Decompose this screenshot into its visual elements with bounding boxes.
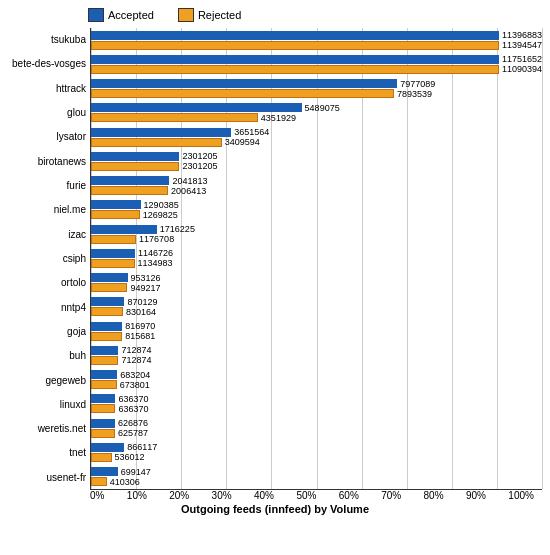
accepted-value: 7977089 bbox=[400, 79, 435, 89]
bar-row: 870129830164 bbox=[91, 297, 542, 317]
rejected-value: 949217 bbox=[130, 283, 160, 293]
rejected-bar bbox=[91, 380, 117, 389]
y-label: tsukuba bbox=[8, 35, 86, 45]
rejected-bar bbox=[91, 307, 123, 316]
y-label: niel.me bbox=[8, 205, 86, 215]
accepted-value: 2041813 bbox=[172, 176, 207, 186]
accepted-bar-line: 11396883 bbox=[91, 30, 542, 40]
rejected-bar-line: 949217 bbox=[91, 283, 542, 293]
rejected-value: 712874 bbox=[121, 355, 151, 365]
accepted-bar bbox=[91, 297, 124, 306]
accepted-value: 3651564 bbox=[234, 127, 269, 137]
accepted-bar-line: 2041813 bbox=[91, 176, 542, 186]
rejected-bar bbox=[91, 41, 499, 50]
rejected-value: 2301205 bbox=[182, 161, 217, 171]
accepted-bar bbox=[91, 79, 397, 88]
rejected-value: 11090394 bbox=[502, 64, 542, 74]
accepted-bar bbox=[91, 346, 118, 355]
accepted-value: 1716225 bbox=[160, 224, 195, 234]
x-axis-label: 10% bbox=[127, 490, 147, 501]
rejected-bar bbox=[91, 162, 179, 171]
y-label: linuxd bbox=[8, 400, 86, 410]
accepted-bar-line: 1716225 bbox=[91, 224, 542, 234]
rejected-value: 536012 bbox=[115, 452, 145, 462]
x-axis-labels: 0%10%20%30%40%50%60%70%80%90%100% bbox=[90, 490, 542, 501]
x-axis-label: 20% bbox=[169, 490, 189, 501]
rejected-value: 7893539 bbox=[397, 89, 432, 99]
accepted-value: 712874 bbox=[121, 345, 151, 355]
bar-row: 699147410306 bbox=[91, 467, 542, 487]
bar-row: 1175165211090394 bbox=[91, 54, 542, 74]
legend-accepted-box bbox=[88, 8, 104, 22]
rejected-bar-line: 2006413 bbox=[91, 186, 542, 196]
rejected-bar bbox=[91, 65, 499, 74]
grid-line bbox=[542, 28, 543, 489]
bar-row: 11467261134983 bbox=[91, 248, 542, 268]
x-axis-label: 80% bbox=[424, 490, 444, 501]
accepted-value: 683204 bbox=[120, 370, 150, 380]
accepted-bar bbox=[91, 443, 124, 452]
bar-row: 79770897893539 bbox=[91, 79, 542, 99]
accepted-bar-line: 816970 bbox=[91, 321, 542, 331]
rejected-bar bbox=[91, 453, 112, 462]
rejected-value: 636370 bbox=[118, 404, 148, 414]
accepted-bar-line: 870129 bbox=[91, 297, 542, 307]
accepted-bar-line: 11751652 bbox=[91, 54, 542, 64]
accepted-bar bbox=[91, 31, 499, 40]
x-axis-label: 70% bbox=[381, 490, 401, 501]
legend-rejected: Rejected bbox=[178, 8, 241, 22]
rejected-bar-line: 625787 bbox=[91, 428, 542, 438]
accepted-value: 866117 bbox=[127, 442, 157, 452]
rejected-bar bbox=[91, 404, 115, 413]
accepted-bar-line: 3651564 bbox=[91, 127, 542, 137]
rejected-bar-line: 815681 bbox=[91, 331, 542, 341]
accepted-bar-line: 953126 bbox=[91, 273, 542, 283]
rejected-bar bbox=[91, 113, 258, 122]
accepted-value: 2301205 bbox=[182, 151, 217, 161]
accepted-value: 626876 bbox=[118, 418, 148, 428]
accepted-bar bbox=[91, 128, 231, 137]
y-label: gegeweb bbox=[8, 376, 86, 386]
rejected-value: 2006413 bbox=[171, 186, 206, 196]
accepted-value: 636370 bbox=[118, 394, 148, 404]
y-label: lysator bbox=[8, 132, 86, 142]
x-axis-label: 40% bbox=[254, 490, 274, 501]
chart-area: tsukubabete-des-vosgeshttrackgloulysator… bbox=[8, 28, 542, 490]
bar-row: 54890754351929 bbox=[91, 103, 542, 123]
chart-container: Accepted Rejected tsukubabete-des-vosges… bbox=[0, 0, 550, 555]
accepted-bar bbox=[91, 273, 128, 282]
rejected-value: 1176708 bbox=[139, 234, 174, 244]
legend-accepted: Accepted bbox=[88, 8, 154, 22]
rejected-bar bbox=[91, 186, 168, 195]
accepted-bar-line: 1146726 bbox=[91, 248, 542, 258]
accepted-bar bbox=[91, 225, 157, 234]
y-label: glou bbox=[8, 108, 86, 118]
rejected-bar bbox=[91, 283, 127, 292]
legend-rejected-label: Rejected bbox=[198, 9, 241, 21]
accepted-bar bbox=[91, 55, 499, 64]
rejected-value: 410306 bbox=[110, 477, 140, 487]
bar-row: 12903851269825 bbox=[91, 200, 542, 220]
rejected-bar-line: 3409594 bbox=[91, 137, 542, 147]
accepted-value: 1146726 bbox=[138, 248, 173, 258]
rejected-bar-line: 4351929 bbox=[91, 113, 542, 123]
rejected-value: 4351929 bbox=[261, 113, 296, 123]
y-label: csiph bbox=[8, 254, 86, 264]
rejected-value: 11394547 bbox=[502, 40, 542, 50]
rejected-bar-line: 636370 bbox=[91, 404, 542, 414]
rejected-bar-line: 830164 bbox=[91, 307, 542, 317]
bar-row: 20418132006413 bbox=[91, 176, 542, 196]
y-label: ortolo bbox=[8, 278, 86, 288]
bar-row: 17162251176708 bbox=[91, 224, 542, 244]
rejected-bar bbox=[91, 477, 107, 486]
accepted-bar bbox=[91, 152, 179, 161]
y-label: httrack bbox=[8, 84, 86, 94]
accepted-bar bbox=[91, 176, 169, 185]
accepted-bar-line: 699147 bbox=[91, 467, 542, 477]
bar-row: 866117536012 bbox=[91, 442, 542, 462]
bars-wrapper: 1139688311394547117516521109039479770897… bbox=[91, 28, 542, 489]
rejected-bar bbox=[91, 89, 394, 98]
y-label: birotanews bbox=[8, 157, 86, 167]
accepted-value: 5489075 bbox=[305, 103, 340, 113]
accepted-bar-line: 5489075 bbox=[91, 103, 542, 113]
